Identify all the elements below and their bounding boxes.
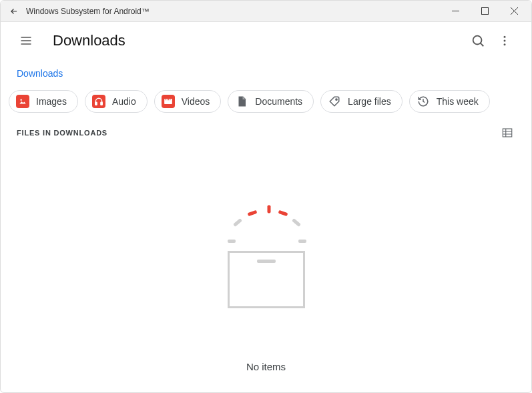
menu-button[interactable] bbox=[18, 33, 34, 49]
chip-images[interactable]: Images bbox=[9, 90, 78, 113]
svg-point-10 bbox=[504, 40, 506, 42]
svg-point-9 bbox=[504, 36, 506, 38]
history-icon bbox=[417, 95, 430, 108]
chip-label: Images bbox=[36, 96, 67, 107]
list-view-button[interactable] bbox=[499, 125, 515, 141]
svg-point-20 bbox=[336, 99, 337, 100]
chip-label: Documents bbox=[255, 96, 302, 107]
chip-this-week[interactable]: This week bbox=[409, 90, 490, 113]
svg-rect-14 bbox=[101, 102, 102, 105]
page-title: Downloads bbox=[53, 32, 465, 49]
document-icon bbox=[235, 95, 248, 108]
tag-icon bbox=[328, 95, 341, 108]
svg-point-12 bbox=[21, 99, 22, 101]
filter-chips-row: Images Audio Videos Documents Large file… bbox=[1, 90, 531, 125]
window-titlebar: Windows Subsystem for Android™ bbox=[1, 1, 531, 22]
empty-message: No items bbox=[246, 361, 286, 372]
maximize-button[interactable] bbox=[470, 1, 499, 22]
svg-line-8 bbox=[481, 43, 484, 47]
headphones-icon bbox=[92, 95, 105, 108]
empty-box-icon bbox=[213, 201, 320, 314]
image-icon bbox=[16, 95, 29, 108]
svg-point-11 bbox=[504, 43, 506, 45]
close-button[interactable] bbox=[499, 1, 529, 22]
app-header: Downloads bbox=[1, 22, 531, 59]
back-button[interactable] bbox=[6, 3, 22, 19]
chip-label: Audio bbox=[112, 96, 136, 107]
empty-state: No items bbox=[1, 141, 531, 372]
breadcrumb-item[interactable]: Downloads bbox=[17, 68, 63, 79]
chip-label: Large files bbox=[348, 96, 391, 107]
chip-label: Videos bbox=[182, 96, 210, 107]
window-controls bbox=[441, 1, 529, 22]
svg-rect-21 bbox=[503, 129, 512, 137]
chip-label: This week bbox=[437, 96, 479, 107]
more-button[interactable] bbox=[491, 27, 518, 54]
chip-large-files[interactable]: Large files bbox=[320, 90, 403, 113]
breadcrumb: Downloads bbox=[1, 59, 531, 90]
search-button[interactable] bbox=[465, 27, 491, 54]
chip-documents[interactable]: Documents bbox=[228, 90, 314, 113]
video-icon bbox=[162, 95, 175, 108]
svg-rect-13 bbox=[95, 102, 97, 105]
svg-point-7 bbox=[473, 36, 482, 45]
svg-rect-1 bbox=[481, 8, 488, 15]
minimize-button[interactable] bbox=[441, 1, 470, 22]
section-header-row: FILES IN DOWNLOADS bbox=[1, 125, 531, 141]
section-label: FILES IN DOWNLOADS bbox=[17, 129, 107, 137]
chip-audio[interactable]: Audio bbox=[85, 90, 148, 113]
chip-videos[interactable]: Videos bbox=[154, 90, 222, 113]
window-title: Windows Subsystem for Android™ bbox=[26, 7, 441, 16]
